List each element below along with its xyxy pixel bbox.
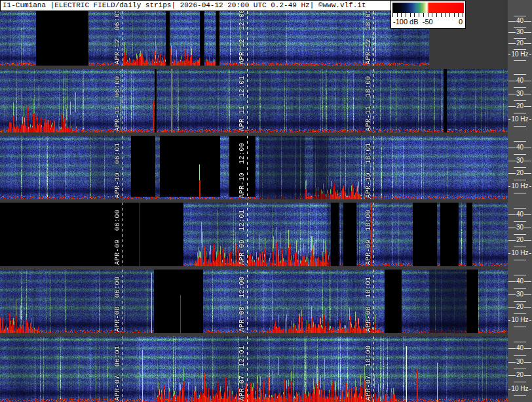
time-marker-label: APR-09 12:01	[238, 209, 246, 265]
spectrogram-strip-apr-11: APR-11 06:00APR-11 12:01APR-11 18:00	[0, 69, 508, 132]
time-marker-line	[247, 270, 248, 333]
freq-tick	[514, 342, 526, 342]
freq-tick-labeled: 30	[508, 28, 531, 36]
freq-tick	[514, 74, 526, 75]
freq-tick-label: 20	[516, 102, 524, 110]
freq-tick-label: 20	[516, 371, 524, 378]
time-marker-label: APR-12 18:01	[365, 11, 372, 64]
time-marker-label: APR-08 18:01	[365, 276, 372, 332]
freq-tick-label: 40	[516, 277, 524, 285]
time-marker-line	[123, 336, 123, 402]
time-marker-label: APR-07 18:00	[365, 345, 372, 401]
time-marker-line	[373, 336, 374, 402]
freq-tick	[514, 167, 526, 168]
freq-tick-label: 20	[516, 236, 524, 243]
freq-tick-labeled: 30	[508, 224, 531, 231]
colorbar-gradient	[392, 3, 464, 13]
freq-tick-labeled: 20	[508, 236, 531, 244]
freq-tick-labeled: 30	[508, 157, 531, 165]
freq-tick	[514, 355, 526, 356]
time-marker-line	[123, 11, 123, 66]
time-marker-label: APR-12 12:00	[238, 11, 246, 64]
time-marker-line	[123, 136, 123, 199]
time-marker-label: APR-11 12:01	[238, 75, 246, 131]
freq-tick-labeled: 40	[508, 144, 531, 151]
freq-tick	[514, 154, 526, 155]
freq-tick-label: 10 Hz	[510, 50, 529, 58]
freq-tick-labeled: 40	[508, 17, 531, 25]
freq-tick-labeled: 10 Hz	[508, 249, 531, 257]
vlf-spectrogram-page: I1-Cumiana |ELECTRIC FIELD/daily strips|…	[0, 0, 532, 402]
time-marker-label: APR-08 12:00	[238, 276, 246, 332]
frequency-axis-scale: 40302010 Hz	[508, 136, 532, 199]
time-marker-line	[247, 69, 248, 132]
freq-tick-labeled: 30	[508, 90, 531, 98]
freq-tick	[514, 180, 526, 180]
freq-tick	[514, 208, 526, 209]
freq-tick-label: 30	[516, 28, 524, 35]
freq-tick-label: 40	[516, 144, 524, 151]
freq-tick-labeled: 20	[508, 303, 531, 311]
time-marker-line	[247, 136, 248, 199]
spectrogram-canvas	[0, 136, 508, 199]
frequency-axis-panel: 40302010 Hz40302010 Hz40302010 Hz4030201…	[508, 0, 532, 402]
time-marker-label: APR-10 12:00	[238, 142, 246, 198]
freq-tick-label: 20	[516, 169, 524, 176]
freq-tick	[514, 221, 526, 222]
title-bar: I1-Cumiana |ELECTRIC FIELD/daily strips|…	[0, 0, 391, 11]
spectrogram-canvas	[0, 69, 508, 132]
spectrogram-canvas	[0, 203, 508, 266]
freq-tick-labeled: 20	[508, 102, 531, 110]
time-marker-label: APR-07 12:01	[238, 345, 246, 401]
colorbar-labels: -100 dB -50 0	[391, 17, 465, 26]
time-marker-label: APR-12 06:01	[114, 11, 121, 64]
freq-tick-label: 30	[516, 358, 524, 365]
freq-tick-labeled: 40	[508, 344, 531, 352]
time-marker-label: APR-08 06:00	[114, 276, 121, 332]
time-marker-label: APR-10 06:01	[114, 142, 121, 198]
freq-tick-labeled: 10 Hz	[508, 182, 531, 190]
freq-tick	[514, 100, 526, 101]
time-marker-label: APR-07 06:01	[114, 345, 121, 401]
freq-tick-label: 40	[516, 344, 524, 352]
freq-tick	[514, 126, 526, 127]
freq-tick-label: 20	[516, 39, 524, 47]
time-marker-label: APR-09 18:00	[365, 209, 372, 265]
freq-tick-label: 30	[516, 90, 524, 97]
freq-tick-labeled: 40	[508, 211, 531, 218]
freq-tick	[514, 113, 526, 113]
time-marker-label: APR-11 06:00	[114, 75, 121, 131]
freq-tick-label: 30	[516, 157, 524, 164]
freq-tick-labeled: 10 Hz	[508, 115, 531, 123]
freq-tick	[514, 327, 526, 327]
freq-tick	[514, 301, 526, 302]
freq-tick	[514, 234, 526, 235]
frequency-axis-scale: 40302010 Hz	[508, 270, 532, 333]
time-marker-line	[123, 203, 123, 266]
spectrogram-strip-apr-08: APR-08 06:00APR-08 12:00APR-08 18:01	[0, 270, 508, 333]
freq-tick-labeled: 10 Hz	[508, 316, 531, 324]
freq-tick	[514, 395, 526, 396]
freq-tick-labeled: 10 Hz	[508, 385, 531, 393]
time-marker-line	[123, 69, 123, 132]
freq-tick-label: 30	[516, 291, 524, 298]
colorbar-legend: -100 dB -50 0	[390, 1, 466, 29]
spectrogram-strip-apr-07: APR-07 06:01APR-07 12:01APR-07 18:00	[0, 336, 508, 402]
colorbar-max-label: 0	[459, 18, 463, 26]
colorbar-min-label: -100 dB	[393, 18, 419, 26]
time-marker-line	[247, 203, 248, 266]
time-marker-line	[373, 11, 374, 66]
freq-tick	[514, 260, 526, 260]
freq-tick-label: 10 Hz	[510, 316, 529, 323]
time-marker-label: APR-09 06:00	[114, 209, 121, 265]
freq-tick-label: 20	[516, 303, 524, 310]
freq-tick-labeled: 20	[508, 169, 531, 177]
freq-tick-label: 10 Hz	[510, 385, 529, 392]
time-marker-line	[373, 69, 374, 132]
freq-tick	[514, 313, 526, 314]
spectrogram-canvas	[0, 336, 508, 402]
freq-tick-labeled: 30	[508, 358, 531, 366]
freq-tick	[514, 247, 526, 247]
time-marker-line	[373, 203, 374, 266]
freq-tick-labeled: 10 Hz	[508, 50, 531, 58]
